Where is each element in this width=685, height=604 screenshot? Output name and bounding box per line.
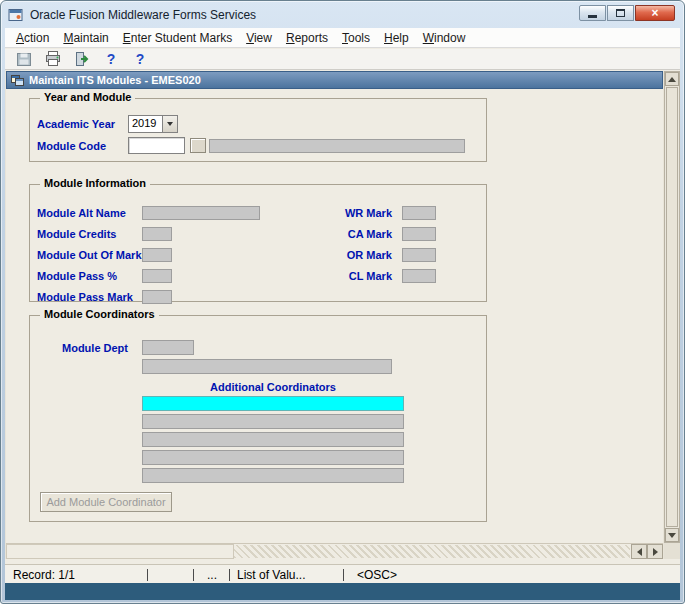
- exit-button[interactable]: [71, 50, 93, 69]
- wr-mark-field: [402, 206, 436, 220]
- list-of-values-indicator: List of Valu...: [237, 568, 305, 582]
- question-icon: ?: [136, 51, 145, 67]
- horizontal-scroll-thumb[interactable]: [6, 544, 234, 559]
- group-module-information: Module Information Module Alt Name Modul…: [29, 184, 487, 302]
- academic-year-value: 2019: [129, 116, 162, 132]
- form-titlebar[interactable]: Maintain ITS Modules - EMES020: [6, 71, 663, 89]
- chevron-down-icon[interactable]: [162, 116, 177, 132]
- scroll-down-button[interactable]: [665, 528, 679, 542]
- scroll-up-button[interactable]: [665, 72, 679, 86]
- form-canvas: Year and Module Academic Year 2019 Modul…: [6, 89, 663, 543]
- form-workarea: Maintain ITS Modules - EMES020 Year and …: [5, 71, 680, 559]
- menu-reports[interactable]: Reports: [279, 29, 335, 47]
- menu-help[interactable]: Help: [377, 29, 416, 47]
- window-title: Oracle Fusion Middleware Forms Services: [30, 8, 256, 22]
- module-out-of-mark-label: Module Out Of Mark: [37, 249, 142, 261]
- osc-indicator: <OSC>: [357, 568, 397, 582]
- menu-window[interactable]: Window: [416, 29, 473, 47]
- module-pass-mark-label: Module Pass Mark: [37, 291, 133, 303]
- statusbar: Record: 1/1 ... List of Valu... <OSC>: [5, 564, 680, 585]
- maximize-icon: [616, 9, 625, 17]
- oracle-forms-icon: [8, 7, 24, 23]
- record-indicator: Record: 1/1: [13, 568, 75, 582]
- add-module-coordinator-button[interactable]: Add Module Coordinator: [40, 492, 172, 512]
- menu-action[interactable]: Action: [9, 29, 56, 47]
- coordinator-row-2[interactable]: [142, 414, 404, 429]
- horizontal-scroll-track[interactable]: [234, 545, 630, 558]
- ca-mark-label: CA Mark: [330, 228, 392, 240]
- module-pass-pct-field: [142, 269, 172, 283]
- module-code-lov-button[interactable]: [190, 138, 206, 153]
- vertical-scrollbar[interactable]: [664, 71, 680, 543]
- maximize-button[interactable]: [607, 5, 634, 21]
- module-alt-name-field: [142, 206, 260, 220]
- statusbar-ellipsis: ...: [207, 568, 217, 582]
- menubar: Action Maintain Enter Student Marks View…: [5, 28, 680, 48]
- print-button[interactable]: [42, 50, 64, 69]
- coordinator-row-4[interactable]: [142, 450, 404, 465]
- form-icon: [11, 74, 24, 87]
- window-titlebar[interactable]: Oracle Fusion Middleware Forms Services …: [1, 1, 684, 28]
- coordinator-row-1-selected[interactable]: [142, 396, 404, 411]
- or-mark-field: [402, 248, 436, 262]
- save-icon: [15, 50, 33, 68]
- examine-help-button[interactable]: ?: [129, 50, 151, 69]
- group-coordinators-legend: Module Coordinators: [40, 308, 159, 320]
- module-credits-field: [142, 227, 172, 241]
- or-mark-label: OR Mark: [330, 249, 392, 261]
- coordinator-row-5[interactable]: [142, 468, 404, 483]
- module-alt-name-label: Module Alt Name: [37, 207, 126, 219]
- statusbar-separator: [343, 569, 344, 581]
- cl-mark-label: CL Mark: [330, 270, 392, 282]
- wr-mark-label: WR Mark: [330, 207, 392, 219]
- module-pass-mark-field: [142, 290, 172, 304]
- cl-mark-field: [402, 269, 436, 283]
- horizontal-scrollbar[interactable]: [6, 543, 663, 559]
- print-icon: [44, 50, 62, 68]
- add-module-coordinator-label: Add Module Coordinator: [46, 496, 165, 508]
- academic-year-combo[interactable]: 2019: [128, 115, 178, 133]
- toolbar: ? ?: [5, 49, 680, 70]
- form-title: Maintain ITS Modules - EMES020: [29, 74, 201, 86]
- statusbar-separator: [193, 569, 194, 581]
- arrow-left-icon: [637, 548, 642, 556]
- arrow-right-icon: [653, 548, 658, 556]
- scrollbar-corner: [664, 543, 680, 559]
- module-dept-label: Module Dept: [62, 342, 128, 354]
- menu-tools[interactable]: Tools: [335, 29, 377, 47]
- statusbar-separator: [229, 569, 230, 581]
- menu-enter-student-marks[interactable]: Enter Student Marks: [116, 29, 239, 47]
- coordinator-row-3[interactable]: [142, 432, 404, 447]
- vertical-scroll-thumb[interactable]: [666, 87, 678, 527]
- close-button[interactable]: ×: [635, 5, 675, 21]
- module-pass-pct-label: Module Pass %: [37, 270, 117, 282]
- menu-view[interactable]: View: [239, 29, 279, 47]
- exit-icon: [73, 50, 91, 68]
- client-area: Action Maintain Enter Student Marks View…: [5, 28, 680, 600]
- academic-year-label: Academic Year: [37, 118, 115, 130]
- help-button[interactable]: ?: [100, 50, 122, 69]
- save-button[interactable]: [13, 50, 35, 69]
- app-window: Oracle Fusion Middleware Forms Services …: [0, 0, 685, 604]
- scroll-left-button[interactable]: [631, 544, 647, 559]
- statusbar-separator: [147, 569, 148, 581]
- module-dept-code-field: [142, 340, 194, 355]
- group-year-legend: Year and Module: [40, 91, 135, 103]
- module-credits-label: Module Credits: [37, 228, 116, 240]
- close-icon: ×: [651, 7, 658, 19]
- module-description-field: [209, 139, 465, 153]
- module-code-label: Module Code: [37, 140, 106, 152]
- module-code-input[interactable]: [128, 137, 185, 154]
- arrow-down-icon: [668, 533, 676, 538]
- minimize-icon: [588, 15, 597, 18]
- arrow-up-icon: [668, 77, 676, 82]
- group-year-and-module: Year and Module Academic Year 2019 Modul…: [29, 98, 487, 162]
- ca-mark-field: [402, 227, 436, 241]
- help-icon: ?: [107, 51, 116, 67]
- scroll-right-button[interactable]: [647, 544, 663, 559]
- menu-maintain[interactable]: Maintain: [56, 29, 115, 47]
- minimize-button[interactable]: [579, 5, 606, 21]
- module-dept-name-field: [142, 359, 392, 374]
- bottom-border-strip: [5, 583, 680, 600]
- group-info-legend: Module Information: [40, 177, 150, 189]
